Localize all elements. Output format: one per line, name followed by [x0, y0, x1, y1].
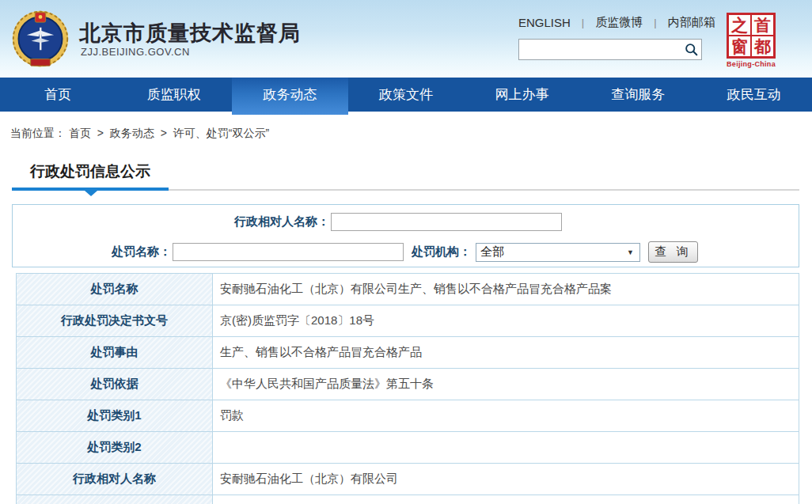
table-row: 行政处罚决定书文号 京(密)质监罚字〔2018〕18号	[17, 305, 799, 337]
row-value: 生产、销售以不合格产品冒充合格产品	[213, 337, 799, 368]
row-value	[213, 432, 799, 463]
seal-caption: Beijing-China	[726, 60, 776, 68]
form-row-party: 行政相对人名称：	[234, 213, 562, 231]
breadcrumb-home[interactable]: 首页	[69, 127, 91, 139]
table-row: 处罚类别1 罚款	[17, 400, 799, 432]
table-row-partial	[17, 495, 799, 504]
penalty-org-selected-value: 全部	[476, 244, 627, 260]
form-row-penalty: 处罚名称： 处罚机构： 全部 ▼ 查 询	[112, 241, 698, 263]
capital-window-seal-logo[interactable]: 之 首 窗 都 Beijing-China	[726, 13, 776, 68]
header-top-links: ENGLISH | 质监微博 | 内部邮箱	[518, 15, 715, 30]
main-nav: 首页 质监职权 政务动态 政策文件 网上办事 查询服务 政民互动	[0, 78, 812, 112]
title-underline	[12, 188, 799, 197]
agency-emblem-logo	[10, 5, 70, 73]
table-row: 处罚依据 《中华人民共和国产品质量法》第五十条	[17, 369, 799, 400]
table-row: 处罚事由 生产、销售以不合格产品冒充合格产品	[17, 337, 799, 369]
row-label	[17, 495, 213, 504]
penalty-org-label: 处罚机构：	[412, 244, 471, 260]
site-domain: ZJJ.BEIJING.GOV.CN	[81, 46, 190, 58]
table-row: 处罚名称 安耐驰石油化工（北京）有限公司生产、销售以不合格产品冒充合格产品案	[17, 274, 799, 305]
penalty-detail-table: 处罚名称 安耐驰石油化工（北京）有限公司生产、销售以不合格产品冒充合格产品案 行…	[16, 273, 799, 504]
party-name-input[interactable]	[331, 213, 562, 231]
mail-link[interactable]: 内部邮箱	[668, 15, 715, 30]
row-label: 处罚类别1	[17, 400, 213, 431]
party-name-label: 行政相对人名称：	[234, 214, 329, 229]
row-label: 处罚事由	[17, 337, 213, 368]
title-underline-arrow-icon	[85, 191, 97, 196]
breadcrumb-current: 许可、处罚“双公示”	[173, 127, 269, 139]
seal-char: 窗	[728, 36, 751, 57]
weibo-link[interactable]: 质监微博	[595, 15, 643, 30]
nav-item-home[interactable]: 首页	[0, 78, 116, 112]
row-label: 处罚名称	[17, 274, 213, 305]
row-label: 行政相对人名称	[17, 464, 213, 495]
english-link[interactable]: ENGLISH	[518, 16, 571, 29]
row-value	[213, 495, 799, 504]
row-value: 安耐驰石油化工（北京）有限公司	[213, 464, 799, 495]
search-icon[interactable]	[681, 40, 701, 59]
nav-item-public-interaction[interactable]: 政民互动	[696, 78, 812, 112]
row-value: 《中华人民共和国产品质量法》第五十条	[213, 369, 799, 400]
breadcrumb-separator: >	[97, 127, 104, 139]
nav-item-policy-docs[interactable]: 政策文件	[348, 78, 465, 112]
penalty-search-form: 行政相对人名称： 处罚名称： 处罚机构： 全部 ▼ 查 询	[12, 204, 799, 267]
row-label: 处罚类别2	[17, 432, 213, 463]
penalty-name-label: 处罚名称：	[112, 244, 171, 260]
seal-char: 都	[751, 36, 774, 57]
nav-item-gov-news[interactable]: 政务动态	[232, 78, 348, 115]
breadcrumb-separator: >	[161, 127, 167, 139]
link-separator: |	[654, 17, 656, 28]
row-value: 安耐驰石油化工（北京）有限公司生产、销售以不合格产品冒充合格产品案	[213, 274, 799, 305]
seal-char: 首	[751, 14, 774, 36]
breadcrumb-gov-news[interactable]: 政务动态	[110, 127, 154, 139]
breadcrumb: 当前位置： 首页 > 政务动态 > 许可、处罚“双公示”	[10, 127, 269, 141]
query-button[interactable]: 查 询	[648, 241, 698, 263]
link-separator: |	[582, 17, 584, 28]
nav-item-duties[interactable]: 质监职权	[116, 78, 233, 112]
page: 北京市质量技术监督局 ZJJ.BEIJING.GOV.CN ENGLISH | …	[0, 0, 812, 504]
row-label: 处罚依据	[17, 369, 213, 400]
page-title: 行政处罚信息公示	[30, 161, 150, 182]
header-search-box	[518, 39, 702, 60]
breadcrumb-prefix: 当前位置：	[10, 127, 66, 139]
chevron-down-icon: ▼	[627, 248, 639, 256]
seal-char: 之	[728, 14, 751, 36]
table-row: 行政相对人名称 安耐驰石油化工（北京）有限公司	[17, 464, 799, 495]
title-underline-rule	[169, 189, 799, 191]
site-header: 北京市质量技术监督局 ZJJ.BEIJING.GOV.CN ENGLISH | …	[0, 0, 812, 78]
nav-item-online-services[interactable]: 网上办事	[464, 78, 580, 112]
penalty-org-select[interactable]: 全部 ▼	[476, 243, 640, 262]
row-value: 罚款	[213, 400, 799, 431]
site-title: 北京市质量技术监督局	[79, 19, 301, 47]
table-row: 处罚类别2	[17, 432, 799, 464]
seal-grid: 之 首 窗 都	[727, 13, 776, 59]
row-value: 京(密)质监罚字〔2018〕18号	[213, 305, 799, 336]
header-search-input[interactable]	[519, 40, 681, 59]
row-label: 行政处罚决定书文号	[17, 305, 213, 336]
nav-item-query-services[interactable]: 查询服务	[580, 78, 696, 112]
penalty-name-input[interactable]	[173, 243, 404, 261]
